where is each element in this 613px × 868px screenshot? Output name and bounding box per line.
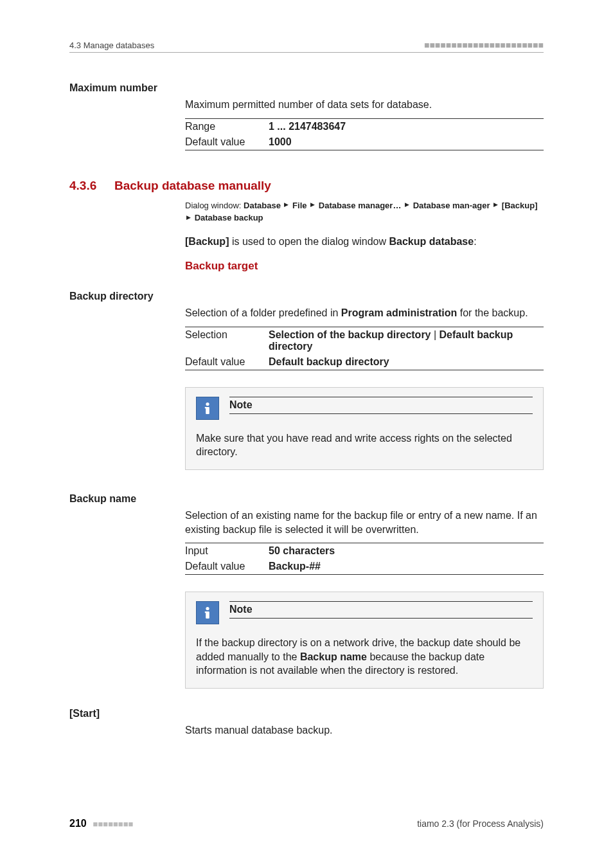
triangle-icon: ▶: [405, 201, 409, 210]
default-value: 1000: [269, 134, 544, 150]
intro-bold2: Backup database: [389, 236, 474, 247]
breadcrumb-part: File: [292, 201, 306, 210]
selection-sep: |: [431, 329, 440, 340]
default-label: Default value: [185, 354, 269, 370]
note-body: Make sure that you have read and write a…: [196, 431, 533, 459]
footer-ornament: ■■■■■■■■: [93, 819, 134, 829]
section-title: Backup database manually: [114, 179, 271, 193]
breadcrumb-part: [Backup]: [502, 201, 538, 210]
section-number: 4.3.6: [69, 179, 114, 193]
param-desc: Starts manual database backup.: [185, 723, 544, 737]
svg-rect-2: [205, 407, 207, 408]
default-value: Default backup directory: [269, 354, 544, 370]
desc-post: for the backup.: [457, 307, 528, 318]
header-ornament: ■■■■■■■■■■■■■■■■■■■■■■: [424, 40, 544, 50]
selection-value-a: Selection of the backup directory: [269, 329, 431, 340]
section-path: 4.3 Manage databases: [69, 41, 154, 50]
selection-value: Selection of the backup directory | Defa…: [269, 327, 544, 354]
intro-bold: [Backup]: [185, 236, 229, 247]
param-table-backup-directory: Selection Selection of the backup direct…: [185, 327, 544, 370]
triangle-icon: ▶: [284, 201, 289, 210]
default-label: Default value: [185, 134, 269, 150]
triangle-icon: ▶: [493, 201, 498, 210]
param-desc: Selection of an existing name for the ba…: [185, 509, 544, 536]
default-value: Backup-##: [269, 559, 544, 575]
page-footer: 210 ■■■■■■■■ tiamo 2.3 (for Process Anal…: [69, 818, 544, 829]
breadcrumb-part: Database: [244, 201, 281, 210]
svg-point-0: [206, 402, 209, 406]
info-icon: [196, 397, 219, 420]
running-header: 4.3 Manage databases ■■■■■■■■■■■■■■■■■■■…: [69, 40, 544, 53]
page: 4.3 Manage databases ■■■■■■■■■■■■■■■■■■■…: [0, 0, 613, 868]
note-box: Note Make sure that you have read and wr…: [185, 387, 544, 470]
note2-bold: Backup name: [300, 651, 367, 662]
param-table-backup-name: Input 50 characters Default value Backup…: [185, 543, 544, 575]
selection-label: Selection: [185, 327, 269, 354]
param-desc: Maximum permitted number of data sets fo…: [185, 98, 544, 112]
input-value: 50 characters: [269, 543, 544, 559]
section-heading: 4.3.6 Backup database manually: [69, 179, 544, 193]
svg-rect-5: [205, 611, 207, 613]
breadcrumb-part: Database backup: [195, 213, 263, 222]
param-heading-start: [Start]: [69, 708, 544, 719]
footer-left: 210 ■■■■■■■■: [69, 818, 133, 829]
intro-line: [Backup] is used to open the dialog wind…: [185, 235, 544, 249]
svg-point-3: [206, 607, 209, 610]
breadcrumb: Dialog window: Database ▶ File ▶ Databas…: [185, 199, 544, 224]
info-icon: [196, 601, 219, 624]
note-box: Note If the backup directory is on a net…: [185, 592, 544, 689]
breadcrumb-part: Database manager…: [319, 201, 402, 210]
default-label: Default value: [185, 559, 269, 575]
param-desc: Selection of a folder predefined in Prog…: [185, 306, 544, 320]
intro-post: :: [474, 236, 476, 247]
note-title: Note: [229, 397, 533, 414]
input-label: Input: [185, 543, 269, 559]
param-heading-backup-name: Backup name: [69, 493, 544, 505]
param-heading-backup-directory: Backup directory: [69, 291, 544, 302]
triangle-icon: ▶: [186, 213, 191, 222]
breadcrumb-part: Database man-ager: [413, 201, 490, 210]
intro-mid: is used to open the dialog window: [229, 236, 389, 247]
page-number: 210: [69, 818, 87, 829]
breadcrumb-prefix: Dialog window:: [185, 201, 244, 210]
subheading-backup-target: Backup target: [185, 260, 544, 273]
footer-right: tiamo 2.3 (for Process Analysis): [417, 818, 544, 829]
param-table-maximum-number: Range 1 ... 2147483647 Default value 100…: [185, 118, 544, 150]
desc-bold: Program administration: [341, 307, 457, 318]
range-label: Range: [185, 118, 269, 134]
triangle-icon: ▶: [310, 201, 315, 210]
note-title: Note: [229, 601, 533, 619]
desc-pre: Selection of a folder predefined in: [185, 307, 341, 318]
note-body: If the backup directory is on a network …: [196, 636, 533, 678]
param-heading-maximum-number: Maximum number: [69, 82, 544, 94]
range-value: 1 ... 2147483647: [269, 118, 544, 134]
